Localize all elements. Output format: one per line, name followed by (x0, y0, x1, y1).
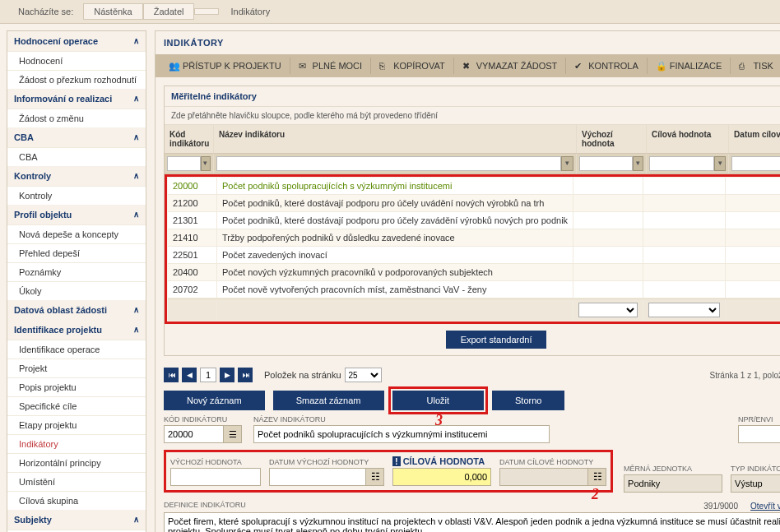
toolbar-item[interactable]: ⎘KOPÍROVAT (371, 58, 454, 74)
table-row[interactable]: 20000Počet podniků spolupracujících s vý… (168, 178, 780, 195)
filter-input[interactable] (579, 156, 633, 171)
breadcrumb-label: Nacházíte se: (8, 4, 83, 19)
sidebar-group-header[interactable]: Identifikace projektu∧ (7, 320, 146, 340)
table-row[interactable]: 20400Počet nových výzkumných pracovníků … (168, 264, 780, 281)
calendar-icon[interactable]: ☷ (366, 468, 384, 486)
kod-input[interactable] (164, 425, 224, 443)
export-button[interactable]: Export standardní (446, 331, 547, 349)
pager-next-icon[interactable]: ▶ (220, 368, 234, 382)
sidebar-group-header[interactable]: Datová oblast žádosti∧ (7, 300, 146, 320)
sidebar-group-header[interactable]: Kontroly∧ (7, 166, 146, 186)
toolbar-item[interactable]: ✉PLNÉ MOCI (290, 58, 372, 74)
footer-select[interactable] (648, 303, 720, 317)
breadcrumb-item[interactable]: Nástěnka (83, 3, 142, 20)
naz-input[interactable] (253, 425, 550, 443)
table-row[interactable]: 20702Počet nově vytvořených pracovních m… (168, 281, 780, 298)
sidebar-item[interactable]: Poznámky (7, 262, 146, 281)
toolbar-item[interactable]: ✔KONTROLA (566, 58, 648, 74)
sidebar-group-header[interactable]: Profil objektu∧ (7, 205, 146, 224)
annotation-3: 3 (435, 412, 443, 429)
chevron-up-icon: ∧ (133, 515, 139, 525)
filter-input[interactable] (216, 156, 561, 171)
sidebar: Hodnocení operace∧HodnoceníŽádost o přez… (7, 30, 146, 532)
sidebar-item[interactable]: Identifikace operace (7, 340, 146, 359)
pager-page-input[interactable] (200, 368, 216, 382)
sidebar-item[interactable]: Etapy projektu (7, 415, 146, 434)
col-header[interactable]: Cílová hodnota (647, 125, 729, 153)
cil-input[interactable] (392, 468, 491, 486)
col-header[interactable]: Datum cílové hodnoty (729, 125, 780, 153)
sidebar-item[interactable]: Žádost o přezkum rozhodnutí (7, 70, 146, 89)
sidebar-group-header[interactable]: CBA∧ (7, 127, 146, 147)
sidebar-item[interactable]: Přehled depeší (7, 243, 146, 262)
sidebar-item[interactable]: Popis projektu (7, 377, 146, 396)
breadcrumb-current: Indikátory (219, 4, 280, 19)
chevron-up-icon: ∧ (133, 210, 139, 220)
pager-prev-icon[interactable]: ◀ (182, 368, 197, 382)
sidebar-group-header[interactable]: Informování o realizaci∧ (7, 89, 146, 109)
sidebar-item[interactable]: Žádost o změnu (7, 109, 146, 127)
sidebar-item[interactable]: CBA (7, 147, 146, 166)
x-icon: ✖ (462, 61, 472, 71)
table-row[interactable]: 21200Počet podniků, které dostávají podp… (168, 195, 780, 212)
col-header[interactable]: Název indikátoru (214, 125, 577, 153)
breadcrumb: Nacházíte se: Nástěnka Žadatel Indikátor… (0, 0, 780, 24)
cancel-button[interactable]: Storno (492, 391, 564, 410)
breadcrumb-item[interactable]: Žadatel (143, 3, 195, 20)
sidebar-item[interactable]: Nová depeše a koncepty (7, 224, 146, 243)
sidebar-item[interactable]: Projekt (7, 359, 146, 377)
filter-input[interactable] (649, 156, 714, 171)
chevron-up-icon: ∧ (133, 132, 139, 142)
toolbar-item[interactable]: ✖VYMAZAT ŽÁDOST (454, 58, 567, 74)
dvych-label: DATUM VÝCHOZÍ HODNOTY (269, 458, 384, 466)
kod-label: KÓD INDIKÁTORU (164, 415, 242, 423)
filter-icon[interactable]: ▾ (714, 156, 726, 171)
dvych-input[interactable] (269, 468, 366, 486)
footer-select[interactable] (578, 303, 638, 317)
toolbar-item[interactable]: 👥PŘÍSTUP K PROJEKTU (160, 58, 290, 74)
table-row[interactable]: 22501Počet zavedených inovací (168, 247, 780, 264)
main-panel: INDIKÁTORY 👥PŘÍSTUP K PROJEKTU✉PLNÉ MOCI… (155, 30, 780, 532)
save-button[interactable]: Uložit (392, 391, 485, 410)
sidebar-item[interactable]: Hodnocení (7, 51, 146, 70)
grid-box: Měřitelné indikátory Zde přetáhněte hlav… (164, 86, 780, 356)
toolbar-item[interactable]: 🔒FINALIZACE (648, 58, 731, 74)
lookup-icon[interactable]: ☰ (224, 425, 242, 443)
npr-input[interactable] (738, 425, 780, 443)
sidebar-item[interactable]: Specifické cíle (7, 396, 146, 415)
col-header[interactable]: Výchozí hodnota (577, 125, 647, 153)
delete-button[interactable]: Smazat záznam (273, 391, 384, 410)
col-header[interactable]: Kód indikátoru (165, 125, 214, 153)
mj-label: MĚRNÁ JEDNOTKA (624, 465, 722, 473)
pager-items-label: Položek na stránku (264, 370, 341, 380)
toolbar-item[interactable]: ⎙TISK (731, 58, 780, 74)
vych-input[interactable] (170, 468, 261, 486)
table-row[interactable]: 21410Tržby podpořených podniků v důsledk… (168, 229, 780, 247)
new-button[interactable]: Nový záznam (164, 391, 265, 410)
calendar-icon[interactable]: ☷ (588, 468, 606, 486)
sidebar-item[interactable]: Horizontální principy (7, 453, 146, 472)
filter-icon[interactable]: ▾ (201, 156, 211, 171)
breadcrumb-item[interactable] (194, 8, 219, 15)
sidebar-item[interactable]: Indikátory (7, 434, 146, 453)
filter-icon[interactable]: ▾ (633, 156, 643, 171)
sidebar-item[interactable]: Kontroly (7, 186, 146, 205)
pager-first-icon[interactable]: ⏮ (164, 368, 179, 382)
filter-input[interactable] (731, 156, 780, 171)
toolbar-label: KOPÍROVAT (393, 61, 445, 71)
form-highlight-2: VÝCHOZÍ HODNOTA DATUM VÝCHOZÍ HODNOTY ☷ … (164, 450, 613, 493)
pager-last-icon[interactable]: ⏭ (238, 368, 253, 382)
pager-items-select[interactable]: 25 (345, 368, 382, 382)
sidebar-item[interactable]: Cílová skupina (7, 491, 146, 510)
dcil-input[interactable] (499, 468, 588, 486)
sidebar-group-header[interactable]: Subjekty∧ (7, 510, 146, 530)
def-textarea[interactable] (164, 512, 780, 532)
toolbar-label: VYMAZAT ŽÁDOST (476, 61, 558, 71)
sidebar-item[interactable]: Úkoly (7, 281, 146, 300)
check-icon: ✔ (574, 61, 584, 71)
filter-icon[interactable]: ▾ (561, 156, 574, 171)
table-row[interactable]: 21301Počet podniků, které dostávají podp… (168, 212, 780, 229)
filter-input[interactable] (167, 156, 201, 171)
sidebar-item[interactable]: Umístění (7, 472, 146, 491)
sidebar-group-header[interactable]: Hodnocení operace∧ (7, 31, 146, 51)
